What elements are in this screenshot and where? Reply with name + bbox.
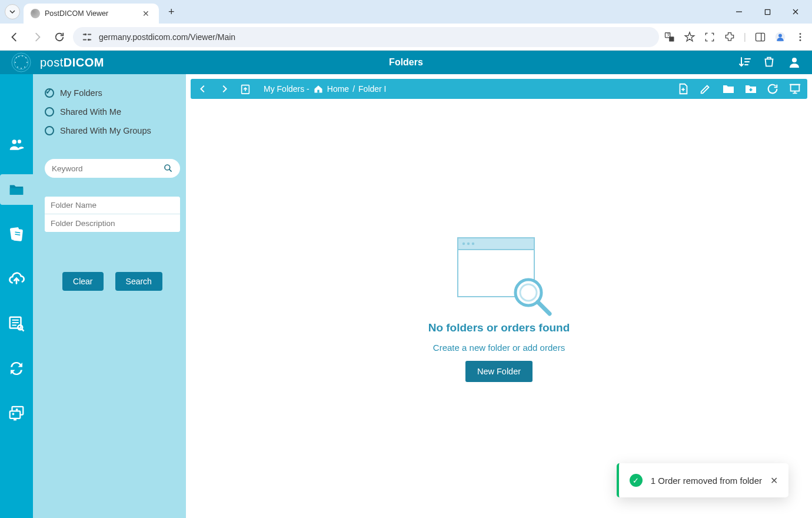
keyword-input[interactable] — [52, 164, 164, 173]
browser-reload-button[interactable] — [51, 28, 68, 46]
home-icon[interactable] — [313, 84, 324, 94]
toolbar-up-button[interactable] — [239, 82, 252, 95]
tab-close-button[interactable]: ✕ — [140, 8, 152, 19]
breadcrumb: My Folders - Home / Folder I — [264, 84, 387, 94]
window-close-button[interactable] — [784, 3, 807, 21]
trash-icon[interactable] — [763, 55, 777, 69]
svg-rect-1 — [765, 9, 770, 14]
sidepanel-icon[interactable] — [754, 31, 766, 43]
empty-title: No folders or orders found — [428, 321, 570, 334]
rail-documents-icon[interactable] — [5, 223, 28, 246]
sort-icon[interactable] — [738, 55, 752, 69]
svg-point-24 — [15, 62, 16, 63]
refresh-icon[interactable] — [766, 82, 779, 95]
svg-point-18 — [12, 53, 31, 72]
radio-unchecked-icon — [45, 107, 54, 117]
breadcrumb-home[interactable]: Home — [327, 84, 349, 94]
svg-point-14 — [778, 34, 782, 37]
svg-point-52 — [462, 242, 465, 244]
tab-favicon — [31, 9, 40, 18]
browser-toolbar: germany.postdicom.com/Viewer/Main 文 | — [0, 24, 812, 51]
svg-point-26 — [17, 67, 18, 68]
svg-rect-11 — [756, 33, 765, 41]
toast-close-button[interactable]: ✕ — [770, 475, 778, 486]
add-file-icon[interactable] — [677, 82, 690, 95]
rail-users-icon[interactable] — [5, 133, 28, 157]
url-text: germany.postdicom.com/Viewer/Main — [99, 32, 651, 42]
svg-rect-47 — [317, 90, 319, 93]
radio-label: My Folders — [60, 88, 102, 98]
folder-description-input[interactable] — [45, 214, 180, 232]
search-icon[interactable] — [164, 164, 173, 173]
profile-icon[interactable] — [774, 31, 786, 43]
keyword-search[interactable] — [45, 159, 180, 178]
search-button[interactable]: Search — [115, 272, 162, 291]
translate-icon[interactable]: 文 — [664, 31, 675, 43]
breadcrumb-current[interactable]: Folder I — [358, 84, 386, 94]
svg-point-21 — [18, 56, 19, 57]
svg-rect-3 — [88, 34, 91, 35]
empty-state: No folders or orders found Create a new … — [191, 99, 807, 513]
new-folder-plus-icon[interactable] — [744, 82, 757, 95]
browser-tab[interactable]: PostDICOM Viewer ✕ — [24, 4, 159, 24]
svg-rect-9 — [669, 36, 674, 41]
side-panel: My Folders Shared With Me Shared With My… — [33, 74, 186, 518]
filter-group — [45, 197, 180, 232]
svg-point-28 — [21, 68, 22, 69]
svg-point-54 — [472, 242, 474, 244]
presentation-icon[interactable] — [788, 82, 801, 95]
success-check-icon: ✓ — [630, 474, 643, 487]
browser-menu-icon[interactable] — [794, 31, 806, 43]
window-maximize-button[interactable] — [756, 3, 779, 21]
radio-my-folders[interactable]: My Folders — [45, 88, 180, 98]
bookmark-star-icon[interactable] — [684, 31, 695, 43]
svg-point-22 — [22, 55, 23, 57]
svg-rect-4 — [83, 39, 86, 40]
user-icon[interactable] — [787, 55, 801, 69]
window-minimize-button[interactable] — [727, 3, 751, 21]
toast-message: 1 Order removed from folder — [651, 476, 762, 486]
new-tab-button[interactable]: + — [164, 4, 179, 21]
svg-line-58 — [538, 302, 550, 314]
toast-notification: ✓ 1 Order removed from folder ✕ — [617, 463, 788, 497]
svg-rect-48 — [791, 85, 800, 91]
address-bar[interactable]: germany.postdicom.com/Viewer/Main — [73, 27, 659, 47]
tab-title: PostDICOM Viewer — [45, 9, 135, 18]
toolbar-forward-button[interactable] — [218, 82, 231, 95]
new-folder-button[interactable]: New Folder — [465, 361, 533, 382]
svg-point-25 — [26, 62, 28, 63]
app-header: postDICOM Folders — [0, 51, 812, 74]
svg-point-20 — [16, 57, 17, 58]
tab-search-button[interactable] — [5, 4, 20, 19]
rail-sync-icon[interactable] — [5, 357, 28, 380]
radio-shared-with-me[interactable]: Shared With Me — [45, 107, 180, 117]
svg-point-23 — [25, 57, 26, 58]
rail-folders-icon[interactable] — [0, 174, 33, 205]
svg-point-17 — [800, 39, 801, 41]
main-area: My Folders - Home / Folder I — [186, 74, 812, 518]
empty-subtitle: Create a new folder or add orders — [433, 343, 565, 353]
radio-shared-with-groups[interactable]: Shared With My Groups — [45, 126, 180, 135]
svg-text:文: 文 — [667, 32, 670, 36]
radio-unchecked-icon — [45, 126, 54, 135]
folder-name-input[interactable] — [45, 197, 180, 214]
extensions-icon[interactable] — [724, 31, 736, 43]
browser-back-button[interactable] — [6, 28, 24, 46]
window-titlebar: PostDICOM Viewer ✕ + — [0, 0, 812, 24]
toolbar-back-button[interactable] — [197, 82, 209, 95]
folder-solid-icon[interactable] — [721, 82, 734, 95]
edit-pencil-icon[interactable] — [699, 82, 712, 95]
brand-text: postDICOM — [40, 56, 104, 69]
breadcrumb-root[interactable]: My Folders - — [264, 84, 310, 94]
corners-icon[interactable] — [704, 31, 716, 43]
svg-point-15 — [800, 33, 801, 35]
rail-list-search-icon[interactable] — [5, 312, 28, 336]
rail-screens-icon[interactable] — [5, 401, 28, 425]
rail-upload-cloud-icon[interactable] — [5, 267, 28, 291]
icon-rail — [0, 74, 33, 518]
site-settings-icon[interactable] — [81, 31, 93, 43]
browser-forward-button[interactable] — [28, 28, 46, 46]
breadcrumb-separator: / — [352, 84, 355, 94]
clear-button[interactable]: Clear — [62, 272, 103, 291]
svg-rect-30 — [10, 188, 24, 195]
